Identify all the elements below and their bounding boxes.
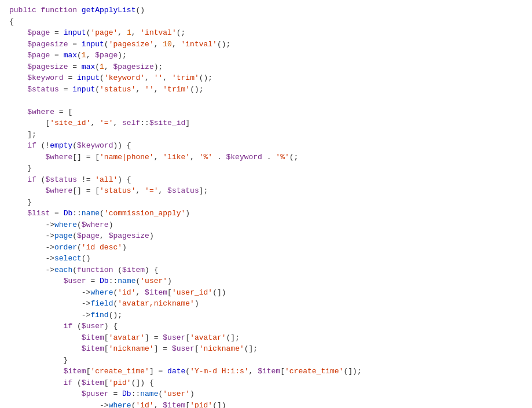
code-token-plain — [9, 185, 45, 197]
code-token-var: $item — [82, 343, 104, 355]
code-token-plain: ]; — [9, 129, 36, 141]
code-token-plain — [9, 388, 82, 400]
code-line: $where = [ — [0, 106, 532, 118]
code-token-kw: self — [122, 117, 140, 129]
code-token-plain: = — [68, 61, 81, 73]
code-token-plain: )) { — [113, 140, 131, 152]
code-line: if ($status != 'all') { — [0, 174, 532, 186]
code-token-method: where — [90, 287, 113, 299]
code-line: ->page($page, $pagesize) — [0, 230, 532, 242]
code-line: ->where('id', $item['user_id'(]) — [0, 287, 532, 299]
code-token-plain: (]) { — [131, 377, 154, 389]
code-line: $puser = Db::name('user') — [0, 388, 532, 400]
code-token-str: 'user_id' — [172, 287, 212, 299]
code-token-fn: max — [82, 61, 95, 73]
code-token-plain: ( — [72, 230, 77, 242]
code-token-plain: ( — [86, 27, 91, 39]
code-token-num: 1 — [82, 50, 86, 61]
code-token-var: $puser — [82, 388, 109, 400]
code-token-fn: input — [64, 27, 86, 39]
code-line: $where[] = ['status', '=', $status]; — [0, 185, 532, 197]
code-token-str: 'pid' — [190, 400, 212, 409]
code-token-str: 'user' — [140, 275, 167, 287]
code-token-var: $page — [27, 50, 50, 61]
code-token-plain: [ — [104, 343, 109, 355]
code-line: { — [0, 16, 532, 28]
code-token-var: $pagesize — [113, 61, 153, 73]
code-token-var: $status — [167, 185, 199, 197]
code-token-fn: max — [64, 50, 77, 61]
code-token-plain: ( — [185, 366, 190, 377]
code-token-var: $pagesize — [27, 39, 68, 50]
code-token-str: '%' — [276, 152, 289, 163]
code-token-plain: :: — [109, 275, 118, 287]
code-token-plain — [9, 152, 45, 163]
code-token-plain: { — [9, 16, 14, 28]
code-line: ->where('id', $item['pid'(]) — [0, 400, 532, 409]
code-line: $status = input('status', '', 'trim'(); — [0, 84, 532, 95]
code-token-str: 'nickname' — [109, 343, 154, 355]
code-token-plain: -> — [9, 253, 54, 264]
code-token-plain: ); — [118, 50, 127, 61]
code-token-var: $user — [82, 321, 104, 332]
code-token-str: 'pagesize' — [109, 39, 154, 50]
code-line: $item['create_time'] = date('Y-m-d H:i:s… — [0, 366, 532, 377]
code-token-plain — [9, 343, 82, 355]
code-token-fn: date — [167, 366, 185, 377]
code-line: $pagesize = input('pagesize', 10, 'intva… — [0, 39, 532, 50]
code-token-plain: ) { — [145, 264, 158, 276]
code-token-var: $status — [27, 84, 59, 95]
code-line: public function getApplyList() — [0, 5, 532, 16]
code-token-method: select — [54, 253, 82, 264]
code-token-plain — [9, 332, 82, 344]
code-token-plain: , — [163, 72, 172, 84]
code-line: $page = max(1, $page); — [0, 50, 532, 61]
code-token-plain — [9, 72, 27, 84]
code-token-str: 'avatar' — [190, 332, 226, 344]
code-token-var: $list — [27, 208, 50, 219]
code-token-plain: -> — [9, 298, 90, 310]
code-token-plain: ( — [113, 298, 118, 310]
code-token-plain: ( — [135, 275, 140, 287]
code-token-var: $page — [27, 27, 50, 39]
code-token-method: name — [140, 388, 158, 400]
code-token-str: 'user' — [163, 388, 190, 400]
code-token-str: 'status' — [100, 84, 135, 95]
code-token-kw: if — [9, 377, 72, 389]
code-token-num: 1 — [100, 61, 104, 73]
code-token-plain: = — [68, 39, 81, 50]
code-token-str: 'commission_apply' — [104, 208, 185, 219]
code-token-str: 'avatar,nickname' — [118, 298, 195, 310]
code-token-plain: , — [158, 185, 167, 197]
code-token-plain: :: — [72, 208, 82, 219]
code-token-fn: input — [72, 84, 95, 95]
code-token-plain: [ — [195, 343, 199, 355]
code-token-plain: = — [50, 50, 63, 61]
code-token-str: '%' — [199, 152, 212, 163]
code-token-fn: Db — [122, 388, 131, 400]
code-token-plain: ( — [113, 287, 118, 299]
code-token-kw: if — [9, 174, 36, 186]
code-token-str: 'name|phone' — [100, 152, 154, 163]
code-token-plain: = — [59, 84, 72, 95]
code-token-plain: (]) — [212, 287, 226, 299]
code-token-plain: , — [131, 27, 141, 39]
code-token-str: 'status' — [100, 185, 135, 197]
code-token-plain: (]); — [343, 366, 361, 377]
code-token-plain: , — [86, 50, 96, 61]
code-token-plain: , — [249, 366, 258, 377]
code-token-plain — [9, 106, 27, 118]
code-line: $where[] = ['name|phone', 'like', '%' . … — [0, 152, 532, 163]
code-token-var: $item — [64, 366, 86, 377]
code-token-var: $site_id — [149, 117, 185, 129]
code-token-plain: , — [154, 400, 163, 409]
code-token-plain: ] — [185, 117, 190, 129]
code-token-str: 'intval' — [181, 39, 217, 50]
code-line: ->each(function ($item) { — [0, 264, 532, 276]
code-token-plain: ( — [36, 174, 46, 186]
code-token-var: $pagesize — [27, 61, 68, 73]
code-token-plain: -> — [9, 230, 54, 242]
code-token-method: page — [54, 230, 72, 242]
code-token-plain — [9, 50, 27, 61]
code-line: $item['avatar'] = $user['avatar'(]; — [0, 332, 532, 344]
